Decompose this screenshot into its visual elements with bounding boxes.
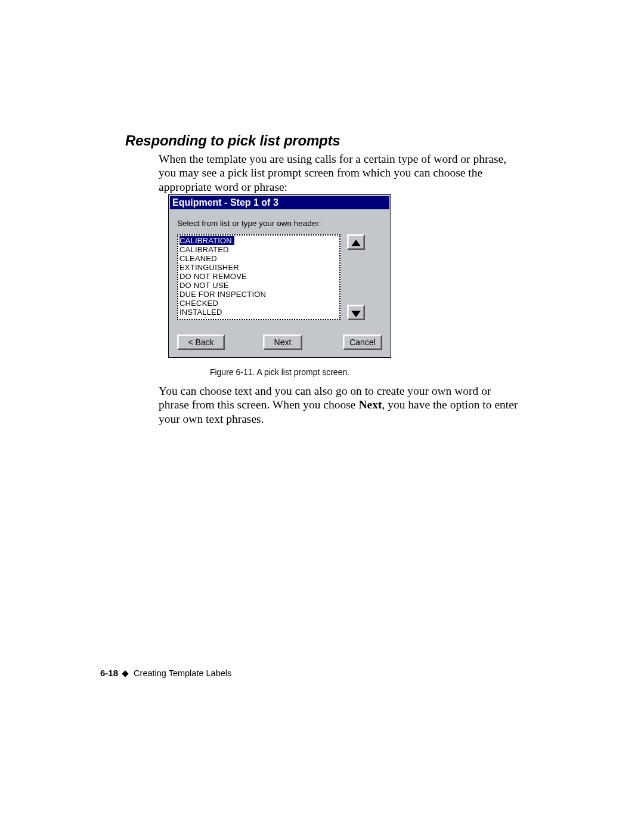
pick-list-box[interactable]: CALIBRATION CALIBRATED CLEANED EXTINGUIS… <box>177 234 340 320</box>
back-button[interactable]: < Back <box>177 335 225 350</box>
dialog-title-bar: Equipment - Step 1 of 3 <box>170 196 389 209</box>
para2-bold-next: Next <box>358 398 382 411</box>
list-item[interactable]: EXTINGUISHER <box>179 263 338 272</box>
pick-list-dialog: Equipment - Step 1 of 3 Select from list… <box>168 194 391 358</box>
list-item[interactable]: DO NOT USE <box>179 281 338 290</box>
list-item[interactable]: CALIBRATED <box>179 245 338 254</box>
diamond-icon <box>122 670 128 677</box>
list-item[interactable]: DUE FOR INSPECTION <box>179 290 338 299</box>
page-number: 6-18 <box>100 668 118 678</box>
next-button[interactable]: Next <box>263 335 302 350</box>
scroll-up-button[interactable] <box>347 234 365 250</box>
list-item[interactable]: INSTALLED <box>179 308 338 317</box>
arrow-down-icon <box>351 311 361 317</box>
figure-caption: Figure 6-11. A pick list prompt screen. <box>168 367 391 377</box>
section-heading: Responding to pick list prompts <box>125 132 340 149</box>
intro-paragraph: When the template you are using calls fo… <box>159 152 516 194</box>
followup-paragraph: You can choose text and you can also go … <box>159 384 524 426</box>
dialog-instruction-label: Select from list or type your own header… <box>177 219 321 228</box>
list-item[interactable]: DO NOT REMOVE <box>179 272 338 281</box>
scroll-down-button[interactable] <box>347 305 365 320</box>
list-item[interactable]: CHECKED <box>179 299 338 308</box>
chapter-title: Creating Template Labels <box>134 668 231 678</box>
list-item[interactable]: CLEANED <box>179 254 338 263</box>
cancel-button[interactable]: Cancel <box>343 335 382 350</box>
page-footer: 6-18 Creating Template Labels <box>100 668 231 678</box>
list-item[interactable]: CALIBRATION <box>179 236 338 245</box>
document-page: Responding to pick list prompts When the… <box>0 0 644 833</box>
arrow-up-icon <box>351 240 361 246</box>
